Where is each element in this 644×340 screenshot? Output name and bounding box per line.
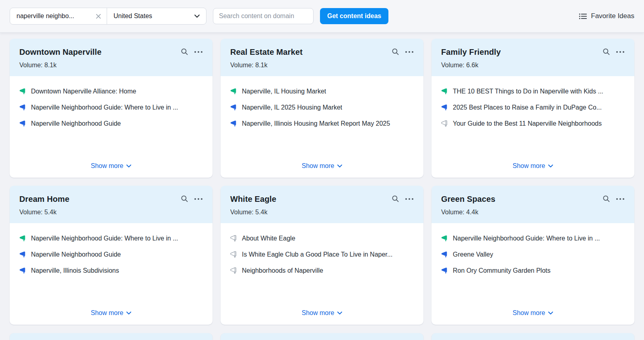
megaphone-icon (441, 88, 448, 95)
headline-item[interactable]: Naperville Neighborhood Guide (19, 250, 203, 259)
megaphone-icon (19, 88, 26, 95)
partial-next-row (0, 325, 644, 340)
keyword-country-group: United States (10, 8, 206, 25)
topic-card-body: Naperville Neighborhood Guide: Where to … (431, 223, 634, 325)
card-title: Downtown Naperville (19, 48, 181, 57)
megaphone-icon (19, 267, 26, 274)
more-options-icon[interactable] (616, 198, 625, 200)
show-more-button[interactable]: Show more (90, 161, 132, 171)
headline-item[interactable]: Naperville Neighborhood Guide (19, 119, 203, 129)
headline-text: Naperville Neighborhood Guide: Where to … (31, 103, 178, 112)
chevron-down-icon (548, 164, 553, 168)
show-more-button[interactable]: Show more (90, 308, 132, 318)
megaphone-icon (230, 235, 237, 242)
megaphone-icon (230, 104, 237, 111)
topic-card-body: Naperville Neighborhood Guide: Where to … (10, 223, 213, 325)
show-more-button[interactable]: Show more (301, 308, 343, 318)
headline-text: Neighborhoods of Naperville (242, 266, 323, 276)
headline-text: Is White Eagle Club a Good Place To Live… (242, 250, 392, 259)
card-volume: Volume: 8.1k (230, 62, 414, 69)
topic-card-header: Real Estate Market (221, 39, 423, 76)
country-select[interactable]: United States (107, 8, 206, 24)
search-icon[interactable] (603, 195, 610, 203)
more-options-icon[interactable] (405, 51, 414, 53)
headline-text: Ron Ory Community Garden Plots (453, 266, 551, 276)
show-more-label: Show more (91, 162, 124, 170)
headline-item[interactable]: Is White Eagle Club a Good Place To Live… (230, 250, 414, 259)
headline-list: Downtown Naperville Alliance: HomeNaperv… (19, 87, 203, 161)
show-more-button[interactable]: Show more (301, 161, 343, 171)
card-volume: Volume: 8.1k (19, 62, 203, 69)
topic-card-header: Dream Home (10, 186, 213, 223)
headline-text: Naperville, IL Housing Market (242, 87, 326, 96)
show-more-label: Show more (91, 309, 124, 317)
megaphone-icon (19, 120, 26, 127)
show-more-label: Show more (302, 162, 334, 170)
show-more-button[interactable]: Show more (512, 308, 554, 318)
card-volume: Volume: 4.4k (441, 209, 625, 216)
headline-item[interactable]: Naperville, Illinois Subdivisions (19, 266, 203, 276)
headline-list: THE 10 BEST Things to Do in Naperville w… (441, 87, 625, 161)
country-select-value: United States (114, 12, 152, 20)
more-options-icon[interactable] (194, 198, 203, 200)
topic-card: White Eagle (221, 186, 423, 325)
headline-text: Naperville, Illinois Subdivisions (31, 266, 119, 276)
keyword-input[interactable] (17, 12, 85, 20)
topic-cards-grid: Downtown Naperville (0, 32, 644, 325)
topic-card-body: THE 10 BEST Things to Do in Naperville w… (431, 76, 634, 178)
headline-item[interactable]: Naperville Neighborhood Guide: Where to … (19, 103, 203, 112)
search-icon[interactable] (181, 195, 188, 203)
headline-item[interactable]: Neighborhoods of Naperville (230, 266, 414, 276)
search-icon[interactable] (181, 48, 188, 56)
card-title: Real Estate Market (230, 48, 392, 57)
chevron-down-icon (126, 164, 131, 168)
domain-search-input[interactable] (213, 8, 314, 24)
search-icon[interactable] (392, 195, 399, 203)
headline-item[interactable]: Naperville Neighborhood Guide: Where to … (19, 234, 203, 243)
partial-card (221, 333, 423, 340)
topbar: United States Get content ideas Favorite… (0, 0, 644, 32)
headline-list: Naperville Neighborhood Guide: Where to … (19, 234, 203, 308)
search-icon[interactable] (392, 48, 399, 56)
headline-text: Greene Valley (453, 250, 493, 259)
more-options-icon[interactable] (194, 51, 203, 53)
megaphone-icon (19, 251, 26, 258)
headline-text: Your Guide to the Best 11 Naperville Nei… (453, 119, 602, 129)
get-content-ideas-button[interactable]: Get content ideas (320, 8, 388, 24)
more-options-icon[interactable] (616, 51, 625, 53)
chevron-down-icon (337, 164, 342, 168)
chevron-down-icon (337, 311, 342, 315)
card-volume: Volume: 5.4k (230, 209, 414, 216)
headline-item[interactable]: About White Eagle (230, 234, 414, 243)
favorite-ideas-button[interactable]: Favorite Ideas (579, 12, 634, 20)
headline-item[interactable]: Naperville, Illinois Housing Market Repo… (230, 119, 414, 129)
list-icon (579, 13, 587, 20)
more-options-icon[interactable] (405, 198, 414, 200)
megaphone-icon (441, 235, 448, 242)
card-volume: Volume: 5.4k (19, 209, 203, 216)
headline-item[interactable]: THE 10 BEST Things to Do in Naperville w… (441, 87, 625, 96)
keyword-section (10, 8, 107, 24)
show-more-button[interactable]: Show more (512, 161, 554, 171)
headline-item[interactable]: Naperville, IL Housing Market (230, 87, 414, 96)
headline-item[interactable]: Downtown Naperville Alliance: Home (19, 87, 203, 96)
headline-list: Naperville Neighborhood Guide: Where to … (441, 234, 625, 308)
headline-item[interactable]: 2025 Best Places to Raise a Family in Du… (441, 103, 625, 112)
headline-item[interactable]: Greene Valley (441, 250, 625, 259)
headline-text: THE 10 BEST Things to Do in Naperville w… (453, 87, 603, 96)
headline-item[interactable]: Ron Ory Community Garden Plots (441, 266, 625, 276)
megaphone-icon (230, 251, 237, 258)
clear-keyword-icon[interactable] (96, 14, 101, 19)
headline-text: 2025 Best Places to Raise a Family in Du… (453, 103, 602, 112)
headline-item[interactable]: Your Guide to the Best 11 Naperville Nei… (441, 119, 625, 129)
megaphone-icon (441, 251, 448, 258)
topic-card-body: About White EagleIs White Eagle Club a G… (221, 223, 423, 325)
topic-card: Green Spaces (431, 186, 634, 325)
headline-item[interactable]: Naperville, IL 2025 Housing Market (230, 103, 414, 112)
headline-item[interactable]: Naperville Neighborhood Guide: Where to … (441, 234, 625, 243)
search-icon[interactable] (603, 48, 610, 56)
headline-text: Naperville, IL 2025 Housing Market (242, 103, 342, 112)
headline-text: Naperville Neighborhood Guide: Where to … (31, 234, 178, 243)
show-more-label: Show more (302, 309, 334, 317)
card-volume: Volume: 6.6k (441, 62, 625, 69)
